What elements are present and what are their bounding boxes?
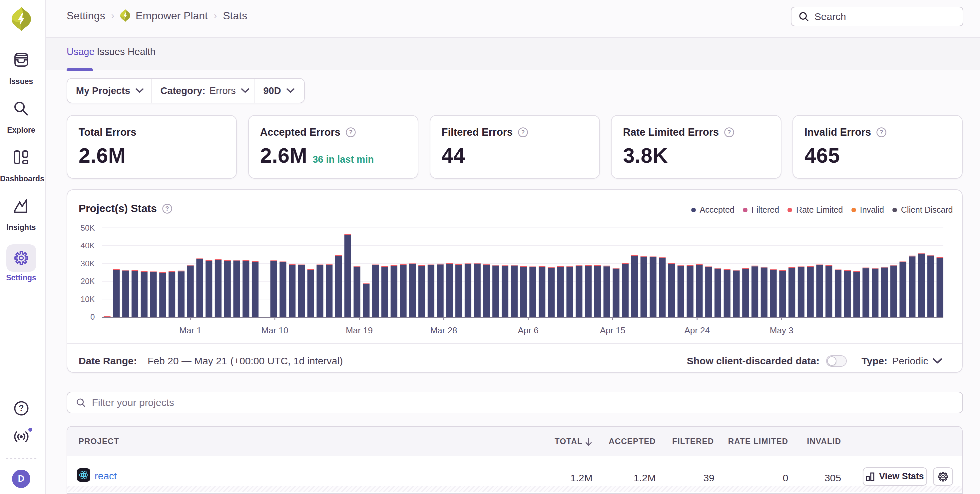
svg-text:?: ? — [727, 129, 731, 135]
svg-text:Apr 24: Apr 24 — [684, 325, 710, 335]
svg-text:Apr 6: Apr 6 — [518, 325, 539, 335]
svg-text:May 3: May 3 — [770, 325, 794, 335]
svg-text:30K: 30K — [81, 259, 95, 268]
svg-text:20K: 20K — [81, 277, 95, 286]
svg-text:0: 0 — [90, 312, 95, 321]
svg-text:Apr 15: Apr 15 — [600, 325, 625, 335]
svg-text:Mar 1: Mar 1 — [179, 325, 201, 335]
svg-text:?: ? — [349, 129, 353, 135]
svg-text:?: ? — [521, 129, 525, 135]
svg-text:10K: 10K — [81, 295, 95, 304]
svg-text:Mar 10: Mar 10 — [261, 325, 288, 335]
svg-text:Mar 19: Mar 19 — [346, 325, 373, 335]
svg-text:50K: 50K — [81, 223, 95, 232]
svg-text:Mar 28: Mar 28 — [430, 325, 457, 335]
svg-text:?: ? — [880, 129, 883, 135]
svg-text:40K: 40K — [81, 241, 95, 250]
svg-text:?: ? — [19, 403, 24, 413]
